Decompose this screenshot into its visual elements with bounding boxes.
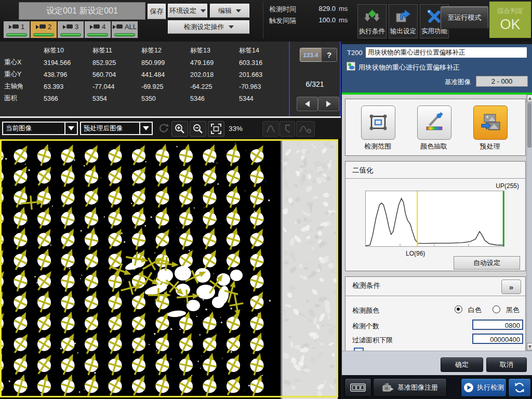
arrow-up-icon bbox=[528, 97, 531, 100]
results-area: 标签10标签11标签12标签13标签14重心X3194.566852.92585… bbox=[0, 42, 289, 116]
scrollbar-thumb[interactable] bbox=[527, 103, 531, 148]
top-header: 设定001 新设定001 保存 环境设定 编辑 检测设定操作 检测时间 829.… bbox=[0, 0, 532, 42]
zoom-out-button[interactable] bbox=[190, 121, 206, 137]
output-setting-button[interactable]: 输出设定 bbox=[389, 4, 418, 38]
run-mode-button[interactable]: 至运行模式 bbox=[441, 6, 488, 29]
inspection-setting-menu[interactable]: 检测设定操作 bbox=[168, 20, 249, 34]
tab-bar: 1234ALL bbox=[3, 21, 138, 39]
help-button[interactable]: ? bbox=[321, 48, 337, 62]
fit-view-button[interactable] bbox=[208, 121, 224, 137]
reference-image-value[interactable]: 2 - 000 bbox=[476, 76, 528, 87]
unit-id: T200 bbox=[347, 49, 363, 57]
camera-register-icon bbox=[382, 382, 394, 393]
process-stage-select[interactable]: 预处理后图像 bbox=[80, 122, 153, 135]
table-cell: 202.018 bbox=[190, 71, 239, 78]
table-cell: 5346 bbox=[190, 95, 239, 102]
zoom-in-icon bbox=[174, 123, 185, 135]
table-cell: 603.316 bbox=[239, 59, 288, 66]
curve-gear-icon bbox=[299, 124, 312, 134]
overall-judgement: 综合判定 OK bbox=[489, 2, 531, 38]
chevron-down-icon bbox=[201, 9, 206, 12]
curve-settings-button[interactable] bbox=[296, 121, 315, 137]
expand-button[interactable]: » bbox=[501, 280, 521, 294]
judgement-value: OK bbox=[500, 17, 520, 33]
next-page-button[interactable] bbox=[318, 97, 339, 111]
tab-status-bar bbox=[114, 33, 135, 36]
execute-condition-button[interactable]: 执行条件 bbox=[357, 4, 387, 38]
refresh-icon bbox=[158, 123, 169, 134]
filmstrip-button[interactable] bbox=[344, 378, 371, 397]
register-reference-button[interactable]: 基准图像注册 bbox=[373, 378, 447, 397]
unit-type-icon bbox=[347, 62, 355, 71]
image-source-select[interactable]: 当前图像 bbox=[2, 122, 78, 135]
profile-button[interactable] bbox=[262, 121, 279, 137]
mode-tab-2[interactable]: 2 bbox=[30, 21, 57, 38]
sync-button[interactable] bbox=[508, 378, 531, 397]
inspection-image[interactable] bbox=[0, 139, 341, 399]
trace-button[interactable] bbox=[280, 121, 295, 137]
run-inspection-button[interactable]: 执行检测 bbox=[461, 378, 507, 397]
detect-count-input[interactable]: 0800 bbox=[472, 320, 523, 330]
table-cell: 5354 bbox=[92, 95, 141, 102]
detect-time-label: 检测时间 bbox=[269, 5, 296, 14]
color-option-black[interactable]: 黑色 bbox=[493, 305, 520, 315]
edit-menu[interactable]: 编辑 bbox=[210, 4, 249, 18]
cancel-button[interactable]: 取消 bbox=[486, 357, 527, 372]
auto-set-button[interactable]: 自动设定 bbox=[454, 256, 520, 270]
numeric-display-button[interactable]: 123.4 bbox=[300, 48, 322, 62]
environment-menu[interactable]: 环境设定 bbox=[168, 4, 207, 18]
save-button[interactable]: 保存 bbox=[148, 4, 166, 19]
curve-icon bbox=[265, 124, 276, 134]
panel-scrollbar[interactable] bbox=[526, 95, 532, 351]
detect-range-button[interactable] bbox=[361, 105, 395, 140]
lower-threshold-label: LO(96) bbox=[406, 250, 425, 257]
results-table: 标签10标签11标签12标签13标签14重心X3194.566852.92585… bbox=[4, 45, 288, 104]
tab-status-bar bbox=[60, 33, 81, 36]
table-cell: 5344 bbox=[239, 95, 288, 102]
table-cell: 850.999 bbox=[141, 59, 190, 66]
table-cell: -77.044 bbox=[92, 83, 141, 90]
camera-icon bbox=[9, 24, 19, 29]
ok-button[interactable]: 确定 bbox=[441, 357, 483, 372]
trigger-interval-value: 100.0 bbox=[307, 16, 336, 24]
table-cell: 201.663 bbox=[239, 71, 288, 78]
table-cell: -64.225 bbox=[190, 83, 239, 90]
table-cell: 852.925 bbox=[92, 59, 141, 66]
filmstrip-icon bbox=[350, 382, 366, 393]
prev-page-button[interactable] bbox=[297, 97, 318, 111]
trigger-interval-label: 触发间隔 bbox=[269, 16, 296, 25]
page-indicator: 6/321 bbox=[290, 80, 340, 88]
radio-unselected-icon[interactable] bbox=[493, 305, 500, 313]
unit-title-input[interactable]: 用块状物的重心进行位置偏移补正 bbox=[366, 47, 527, 58]
camera-icon bbox=[63, 24, 73, 29]
mode-tab-3[interactable]: 3 bbox=[57, 21, 84, 38]
scroll-down-button[interactable] bbox=[527, 343, 532, 351]
tab-status-bar bbox=[33, 33, 54, 36]
chevron-down-icon bbox=[139, 123, 152, 134]
detect-count-label: 检测个数 bbox=[352, 322, 379, 331]
table-cell: -69.925 bbox=[141, 83, 190, 90]
upper-threshold-label: UP(255) bbox=[496, 182, 519, 190]
radio-selected-icon[interactable] bbox=[455, 305, 462, 313]
mode-tab-4[interactable]: 4 bbox=[84, 21, 111, 38]
unit-description: 用块状物的重心进行位置偏移补正 bbox=[358, 63, 460, 72]
tab-status-bar bbox=[87, 33, 108, 36]
fit-screen-icon bbox=[210, 123, 222, 135]
mode-tab-1[interactable]: 1 bbox=[3, 21, 30, 38]
color-option-white[interactable]: 白色 bbox=[455, 305, 482, 315]
table-cell: 3194.566 bbox=[44, 59, 92, 66]
filter-area-input[interactable]: 00000400 bbox=[472, 334, 523, 344]
camera-icon bbox=[113, 24, 123, 29]
refresh-button[interactable] bbox=[156, 121, 171, 136]
histogram-plot[interactable] bbox=[365, 191, 504, 248]
color-extract-button[interactable] bbox=[417, 105, 451, 140]
mode-tab-ALL[interactable]: ALL bbox=[111, 21, 138, 38]
column-header: 标签11 bbox=[92, 46, 141, 55]
zoom-level: 33% bbox=[229, 125, 243, 132]
zoom-in-button[interactable] bbox=[171, 121, 188, 137]
unit-header: T200 用块状物的重心进行位置偏移补正 用块状物的重心进行位置偏移补正 基准图… bbox=[342, 44, 532, 92]
eyedropper-icon bbox=[423, 112, 445, 134]
detect-time-value: 829.0 bbox=[307, 5, 336, 12]
scroll-up-button[interactable] bbox=[527, 95, 532, 102]
preprocess-button[interactable] bbox=[473, 105, 508, 140]
